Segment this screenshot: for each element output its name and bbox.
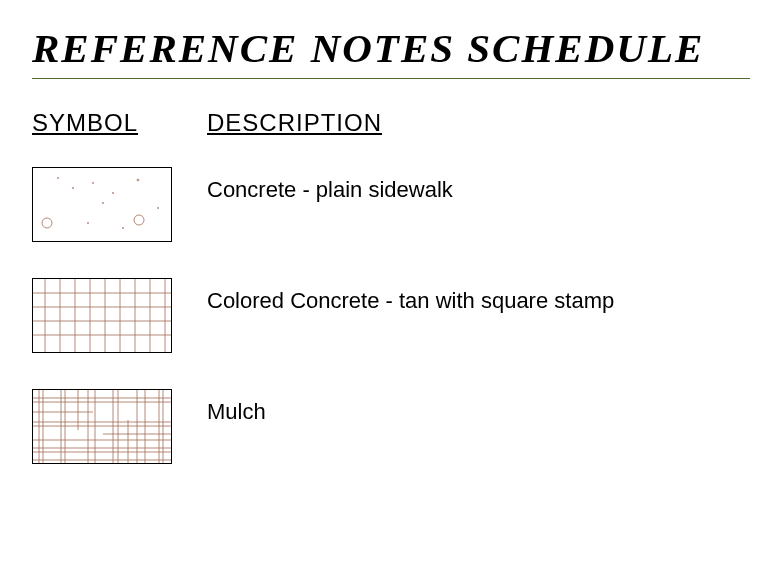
symbol-concrete-plain <box>32 167 172 242</box>
svg-point-5 <box>122 227 123 228</box>
svg-point-7 <box>92 182 93 183</box>
table-row: Colored Concrete - tan with square stamp <box>32 278 750 353</box>
svg-point-1 <box>134 215 144 225</box>
symbol-cell <box>32 389 207 464</box>
svg-point-6 <box>57 177 58 178</box>
symbol-cell <box>32 167 207 242</box>
svg-point-3 <box>72 187 73 188</box>
svg-point-2 <box>137 179 139 181</box>
description-cell: Colored Concrete - tan with square stamp <box>207 278 614 314</box>
description-cell: Concrete - plain sidewalk <box>207 167 453 203</box>
description-cell: Mulch <box>207 389 266 425</box>
column-headers: SYMBOL DESCRIPTION <box>32 109 750 137</box>
symbol-colored-concrete <box>32 278 172 353</box>
table-row: Concrete - plain sidewalk <box>32 167 750 242</box>
symbol-cell <box>32 278 207 353</box>
svg-point-4 <box>102 202 103 203</box>
symbol-mulch <box>32 389 172 464</box>
svg-point-8 <box>157 207 158 208</box>
description-header: DESCRIPTION <box>207 109 382 137</box>
svg-point-9 <box>87 222 88 223</box>
symbol-header: SYMBOL <box>32 109 207 137</box>
table-row: Mulch <box>32 389 750 464</box>
svg-point-0 <box>42 218 52 228</box>
svg-point-10 <box>112 192 113 193</box>
page-title: REFERENCE NOTES SCHEDULE <box>32 24 750 72</box>
title-underline <box>32 78 750 79</box>
